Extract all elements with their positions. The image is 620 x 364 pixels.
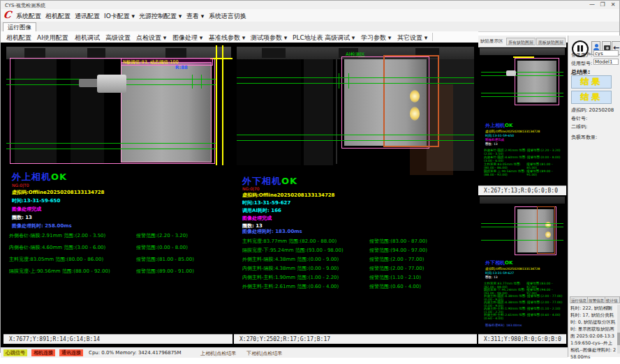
menu-bar: C 系统配置 相机配置 通讯配置 IO卡配置 ▾ 光源控制配置 ▾ 查看 ▾ 系… <box>1 9 619 22</box>
measure-tick <box>348 73 349 89</box>
tool-plc-table[interactable]: PLC地址表 <box>293 33 323 43</box>
lower-camera-check-link[interactable]: 下相机|点检结果 <box>246 350 282 357</box>
scrollbar-thumb[interactable] <box>617 333 620 345</box>
tab-panel-defect-layers[interactable]: 面板缺陷图层 <box>536 38 566 45</box>
measure-line <box>481 75 563 76</box>
measurement-row: 主料宽度:83.05mm 范围:(80.00 - 86.00)报警范围:(81.… <box>9 256 230 263</box>
measure-text: 外侧主料-主料:2.61mm 范围:(0.60 - 4.00) <box>242 283 369 290</box>
thumb-top-panel[interactable]: 外上相机OK 虚拟码:Offline20250208133134728 时间:1… <box>478 47 566 185</box>
cursor-coords: X:270;Y:2502;R:17;G:17;B:17 <box>239 336 330 342</box>
neg-tab-count-label: 负极耳数量: <box>571 134 597 141</box>
result-ok-label: OK <box>505 123 512 128</box>
minimize-icon[interactable]: — <box>587 1 597 8</box>
model-label: 使用型号: <box>571 60 592 67</box>
alarm-text: 报警范围:(94.00 - 97.00) <box>369 247 427 254</box>
result-text: 结果 <box>580 76 603 88</box>
tool-other-setup[interactable]: 其它设置 ▾ <box>397 33 427 43</box>
pin-number-label: 卷针号: <box>571 115 587 122</box>
tool-baseline-params[interactable]: 基准线参数 ▾ <box>209 33 245 43</box>
ai-region-outline <box>537 206 555 254</box>
measure-tick <box>192 75 193 89</box>
tab-run-image[interactable]: 运行图像 <box>3 22 36 31</box>
clamp-head <box>506 70 516 76</box>
alarm-text: 报警范围:(0.60 - 4.00) <box>527 313 561 320</box>
measure-text: 隔膜宽度-上:90.56mm 范围:(88.00 - 92.00) <box>9 268 136 275</box>
qr-code-label: 二维码: <box>571 123 587 130</box>
menu-view[interactable]: 查看 ▾ <box>186 12 204 21</box>
measurement-list: 外侧卷针-隔膜:2.91mm 范围:(2.00 - 3.50)报警范围:(2.2… <box>9 232 230 282</box>
maximize-icon[interactable]: ❐ <box>598 1 607 8</box>
clamp-head <box>97 75 126 93</box>
upper-camera-check-link[interactable]: 上相机|点检结果 <box>200 350 236 357</box>
machine-slot <box>24 48 45 58</box>
measure-line <box>481 93 563 93</box>
tab-run-info[interactable]: 运行信息 <box>570 296 588 303</box>
app-window: CYS-视觉检测系统 — ❐ ✕ C 系统配置 相机配置 通讯配置 IO卡配置 … <box>0 0 620 353</box>
elapsed-line: 图像处理耗时: 183.00ms <box>242 228 302 235</box>
tool-ai-use-config[interactable]: AI使用配置 <box>37 33 68 43</box>
camera-lens-icon <box>606 47 609 50</box>
material-region <box>121 62 212 162</box>
cursor-coords: X:311;Y:980;R:0;G:0;B:0 <box>484 336 561 342</box>
reflection-glint <box>410 107 420 121</box>
cpu-memory-text: Cpu: 0.0% Memory: 3424.41796875M <box>89 350 182 356</box>
log-scrollbar[interactable] <box>617 305 620 354</box>
title-bar[interactable]: CYS-视觉检测系统 — ❐ ✕ <box>1 1 619 9</box>
menu-light-config[interactable]: 光源控制配置 ▾ <box>139 12 182 21</box>
turns-line: 圈数: 13 <box>12 214 32 221</box>
result-ok-label: OK <box>51 172 67 182</box>
tool-advanced-setup[interactable]: 高级设置 <box>105 33 131 43</box>
menu-system-config[interactable]: 系统配置 <box>16 12 41 21</box>
toolbar: 相机配置 AI使用配置 相机调试 高级设置 点检设置 ▾ 图像处理 ▾ 基准线参… <box>1 31 478 43</box>
measurement-row: 外侧卷针-隔膜:2.91mm 范围:(2.00 - 3.50)报警范围:(2.2… <box>484 149 563 156</box>
close-icon[interactable]: ✕ <box>608 1 618 8</box>
tool-learn-params[interactable]: 学习参数 ▾ <box>361 33 391 43</box>
tab-all-defect-layers[interactable]: 所有缺陷图层 <box>506 38 536 45</box>
menu-camera-config[interactable]: 相机配置 <box>45 12 71 21</box>
menu-language-switch[interactable]: 系统语言切换 <box>209 12 246 21</box>
tool-camera-debug[interactable]: 相机调试 <box>75 33 100 43</box>
vcode-line: 虚拟码:Offline20250208133134728 <box>242 192 335 199</box>
measurement-row: 隔膜宽度-上:90.56mm 范围:(88.00 - 92.00)报警范围:(8… <box>9 268 230 275</box>
measure-line <box>237 77 474 78</box>
tool-test-params[interactable]: 测试项参数 ▾ <box>251 33 287 43</box>
alarm-text: 报警范围:(0.60 - 4.00) <box>369 283 421 290</box>
measure-text: 主料宽度:83.05mm 范围:(80.00 - 86.00) <box>484 162 526 169</box>
tool-advanced-debug[interactable]: 高级调试 ▾ <box>325 33 355 43</box>
turns-line: 圈数: 13 <box>485 142 498 146</box>
camera-name: 外上相机 <box>485 123 505 128</box>
guide-line-vertical <box>222 45 223 165</box>
tool-image-process[interactable]: 图像处理 ▾ <box>172 33 202 43</box>
machine-slot <box>165 48 186 58</box>
measurement-row: 内侧卷针-隔膜:4.60mm 范围:(3.00 - 6.00)报警范围:(0.0… <box>9 244 230 251</box>
tool-check-setup[interactable]: 点检设置 ▾ <box>136 33 166 43</box>
alarm-text: 报警范围:(83.00 - 87.00) <box>369 238 427 245</box>
menu-io-config[interactable]: IO卡配置 ▾ <box>104 12 135 21</box>
measure-text: 内侧主料-主料:1.90mm 范围:(1.00 - 2.20) <box>242 274 369 281</box>
alarm-text: 报警范围:(81.00 - 85.00) <box>136 256 194 263</box>
tab-stats-info[interactable]: 统计信息 <box>605 296 620 303</box>
model-input[interactable] <box>593 59 619 65</box>
login-user-input[interactable] <box>593 50 619 56</box>
tool-camera-config[interactable]: 相机配置 <box>6 33 31 43</box>
vcode-value: 20250208 <box>589 107 614 113</box>
menu-comm-config[interactable]: 通讯配置 <box>75 12 100 21</box>
middle-panel-statusbar: X:270;Y:2502;R:17;G:17;B:17 <box>234 334 477 344</box>
measure-text: 内侧主料-隔膜:4.38mm 范围:(0.00 - 9.00) <box>242 265 369 272</box>
middle-camera-panel[interactable]: AI检测区 外下相机OK NG:0|70 虚拟码:Offline20250208… <box>234 43 477 347</box>
window-title: CYS-视觉检测系统 <box>5 2 45 9</box>
result-ok-label: OK <box>281 176 297 186</box>
tab-alarm-info[interactable]: 报警信息 <box>587 296 605 303</box>
app-logo-icon: C <box>3 9 12 20</box>
heartbeat-badge: 心跳信号 <box>3 349 27 356</box>
thumb-top-statusbar: X:267;Y:13;R:0;G:0;B:0 <box>478 185 566 195</box>
turns-line: 圈数: 13 <box>485 275 498 279</box>
alarm-text: 报警范围:(89.00 - 91.00) <box>136 268 194 275</box>
thumb-bottom-panel[interactable]: 外下相机OK 虚拟码:Offline20250208133134728 时间:1… <box>478 195 566 334</box>
camera-name: 外上相机 <box>12 172 51 182</box>
vcode-label: 虚拟码: 20250208 <box>571 107 614 114</box>
left-camera-panel[interactable]: N极阈值:93, 动态阈值:100 R:88 外上相机OK NG:0|T0 虚拟… <box>3 43 232 347</box>
time-line: 时间:13-31-59-650 <box>12 197 60 204</box>
pause-icon <box>581 45 583 52</box>
camera-title: 外上相机OK <box>12 171 67 183</box>
